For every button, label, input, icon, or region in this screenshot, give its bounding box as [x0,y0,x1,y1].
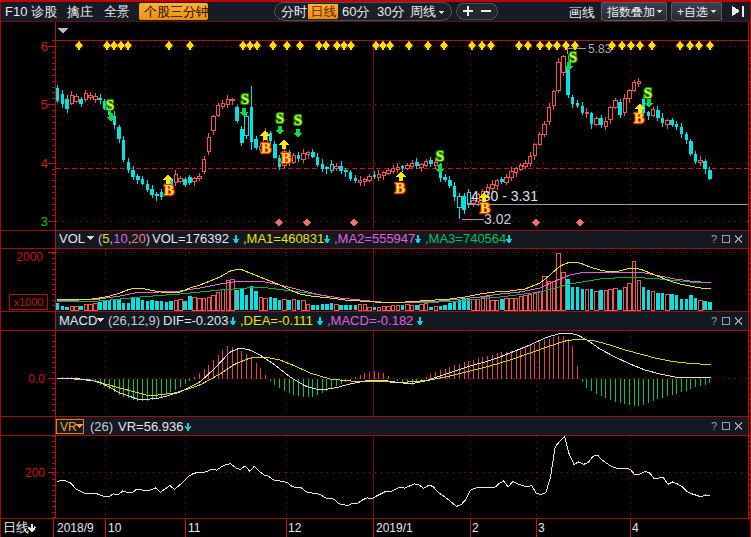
svg-text:3: 3 [538,521,545,535]
svg-text:VR: VR [60,420,77,434]
svg-text:6: 6 [41,39,48,54]
svg-text:?: ? [711,233,717,245]
svg-text:(5,10,20): (5,10,20) [98,231,150,246]
svg-text:DIF=-0.203: DIF=-0.203 [163,313,228,328]
svg-text:VOL=176392: VOL=176392 [152,231,229,246]
svg-text:,MA1=460831: ,MA1=460831 [243,231,324,246]
svg-text:(26): (26) [90,419,113,434]
svg-text:F10: F10 [5,4,27,19]
svg-text:S: S [436,148,444,164]
svg-text:B: B [261,140,271,156]
svg-text:+自选: +自选 [677,5,708,19]
svg-text:5: 5 [41,97,48,112]
svg-text:S: S [276,110,284,126]
svg-text:0.0: 0.0 [28,372,45,386]
svg-text:擒庄: 擒庄 [67,4,93,19]
svg-text:诊股: 诊股 [31,4,57,19]
svg-text:2000: 2000 [16,250,43,264]
svg-text:B: B [281,150,291,166]
svg-text:周线: 周线 [410,4,436,19]
svg-text:,MA2=555947: ,MA2=555947 [334,231,415,246]
svg-text:个股三分钟: 个股三分钟 [144,4,209,19]
svg-text:60分: 60分 [342,4,369,19]
svg-text:200: 200 [25,466,45,480]
svg-text:12: 12 [288,521,302,535]
svg-text:,MACD=-0.182: ,MACD=-0.182 [327,313,413,328]
svg-text:?: ? [711,315,717,327]
svg-text:2019/1: 2019/1 [376,521,413,535]
svg-text:S: S [294,112,302,128]
svg-text:B: B [480,200,490,216]
svg-text:3: 3 [41,214,48,229]
svg-text:指数叠加: 指数叠加 [606,5,655,19]
svg-text:5.83: 5.83 [588,42,612,56]
svg-text:10: 10 [108,521,122,535]
svg-text:2018/9: 2018/9 [57,521,94,535]
svg-text:B: B [395,180,405,196]
svg-text:全景: 全景 [104,4,130,19]
svg-text:,MA3=740564: ,MA3=740564 [425,231,506,246]
svg-text:11: 11 [188,521,201,535]
svg-text:画线: 画线 [569,5,595,20]
svg-text:(26,12,9): (26,12,9) [108,313,160,328]
svg-text:S: S [106,97,114,113]
svg-text:2: 2 [472,521,479,535]
svg-text:日线: 日线 [3,520,29,535]
svg-text:x1000: x1000 [14,296,44,308]
svg-text:?: ? [711,420,717,432]
svg-text:,DEA=-0.111: ,DEA=-0.111 [240,313,313,328]
svg-text:VR=56.936: VR=56.936 [118,419,183,434]
svg-text:VOL: VOL [59,231,85,246]
svg-text:MACD: MACD [59,313,97,328]
svg-text:分时: 分时 [281,4,307,19]
svg-text:S: S [241,91,249,107]
svg-text:4: 4 [632,521,639,535]
svg-text:30分: 30分 [377,4,404,19]
svg-text:日线: 日线 [311,4,337,19]
svg-text:4: 4 [41,156,48,171]
svg-text:B: B [164,182,174,198]
